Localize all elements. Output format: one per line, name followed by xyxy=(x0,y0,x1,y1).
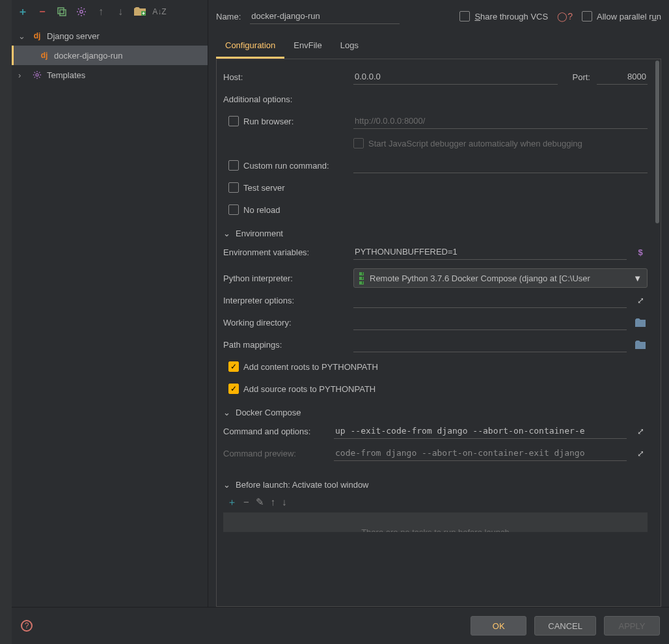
settings-button[interactable] xyxy=(74,5,89,19)
checkbox-icon xyxy=(228,204,239,215)
remote-interpreter-icon xyxy=(359,272,364,285)
django-icon: dj xyxy=(31,31,43,40)
dialog-footer: ? OK CANCEL APPLY xyxy=(12,607,669,644)
host-input[interactable] xyxy=(353,69,558,85)
run-config-tree-panel: ＋ − ↑ ↓ A↓Z ⌄ dj Django server dj docker… xyxy=(12,0,208,607)
cancel-button[interactable]: CANCEL xyxy=(534,616,596,636)
new-folder-button[interactable] xyxy=(133,5,147,19)
add-config-button[interactable]: ＋ xyxy=(16,5,30,19)
checkbox-icon xyxy=(228,182,239,193)
chevron-down-icon: ⌄ xyxy=(223,480,230,490)
checkbox-icon: ✓ xyxy=(228,361,239,372)
python-interpreter-label: Python interpreter: xyxy=(223,273,347,283)
folder-icon[interactable] xyxy=(633,318,648,327)
browser-url-input[interactable] xyxy=(353,113,648,129)
tree-label: Django server xyxy=(47,31,100,41)
add-content-label: Add content roots to PYTHONPATH xyxy=(243,362,378,372)
sort-button[interactable]: A↓Z xyxy=(152,5,167,19)
share-vcs-checkbox[interactable]: Share through VCS xyxy=(459,11,548,21)
tab-logs[interactable]: Logs xyxy=(331,34,368,59)
tree-toolbar: ＋ − ↑ ↓ A↓Z xyxy=(12,0,208,23)
custom-run-checkbox[interactable]: Custom run command: xyxy=(228,160,347,171)
help-icon[interactable]: ◯? xyxy=(557,11,573,21)
allow-parallel-checkbox[interactable]: Allow parallel run xyxy=(582,11,661,21)
custom-run-label: Custom run command: xyxy=(243,161,329,171)
interpreter-value: Remote Python 3.7.6 Docker Compose (djan… xyxy=(370,273,628,283)
command-options-input[interactable] xyxy=(334,423,627,439)
add-source-label: Add source roots to PYTHONPATH xyxy=(243,384,375,394)
env-vars-edit-icon[interactable]: $ xyxy=(633,247,648,257)
name-input[interactable] xyxy=(250,8,400,24)
scrollbar[interactable] xyxy=(655,61,659,223)
checkbox-icon xyxy=(228,160,239,171)
tree-label: Templates xyxy=(47,70,85,80)
django-icon: dj xyxy=(38,51,50,60)
tree-django-server[interactable]: ⌄ dj Django server xyxy=(12,26,208,46)
expand-icon[interactable]: ⤢ xyxy=(633,296,648,305)
command-options-label: Command and options: xyxy=(223,427,327,436)
before-launch-section-toggle[interactable]: ⌄ Before launch: Activate tool window xyxy=(223,480,648,490)
move-task-down-button[interactable]: ↓ xyxy=(282,496,287,509)
before-launch-label: Before launch: Activate tool window xyxy=(236,480,369,490)
env-vars-label: Environment variables: xyxy=(223,247,347,257)
interpreter-options-label: Interpreter options: xyxy=(223,296,347,305)
chevron-down-icon: ⌄ xyxy=(223,408,230,417)
port-input[interactable] xyxy=(597,69,648,85)
checkbox-icon xyxy=(353,138,364,148)
copy-config-button[interactable] xyxy=(55,5,69,19)
checkbox-icon xyxy=(582,11,592,21)
checkbox-icon: ✓ xyxy=(228,384,239,394)
apply-button: APPLY xyxy=(604,616,660,636)
env-vars-input[interactable] xyxy=(353,244,627,260)
no-reload-checkbox[interactable]: No reload xyxy=(228,204,280,215)
no-reload-label: No reload xyxy=(243,205,280,215)
checkbox-icon xyxy=(459,11,470,21)
path-mappings-label: Path mappings: xyxy=(223,340,347,350)
expand-icon[interactable]: ⤢ xyxy=(633,449,648,458)
config-header: Name: Share through VCS ◯? Allow paralle… xyxy=(208,0,669,33)
tab-envfile[interactable]: EnvFile xyxy=(284,34,331,59)
no-tasks-label: There are no tasks to run before launch xyxy=(361,527,510,532)
folder-icon[interactable] xyxy=(633,341,648,349)
environment-section-toggle[interactable]: ⌄ Environment xyxy=(223,229,648,238)
tab-configuration[interactable]: Configuration xyxy=(216,34,284,59)
run-browser-checkbox[interactable]: Run browser: xyxy=(228,116,347,126)
working-dir-input[interactable] xyxy=(353,315,627,330)
python-interpreter-dropdown[interactable]: Remote Python 3.7.6 Docker Compose (djan… xyxy=(353,268,648,288)
add-content-roots-checkbox[interactable]: ✓ Add content roots to PYTHONPATH xyxy=(228,361,378,372)
add-task-button[interactable]: ＋ xyxy=(227,496,237,509)
move-task-up-button[interactable]: ↑ xyxy=(271,496,276,509)
port-label: Port: xyxy=(564,72,590,82)
tree-docker-django-run[interactable]: dj docker-django-run xyxy=(12,46,208,65)
start-js-label: Start JavaScript debugger automatically … xyxy=(368,139,582,148)
docker-compose-section-toggle[interactable]: ⌄ Docker Compose xyxy=(223,408,648,417)
chevron-right-icon: › xyxy=(18,70,27,80)
start-js-debugger-checkbox: Start JavaScript debugger automatically … xyxy=(353,138,582,148)
ok-button[interactable]: OK xyxy=(471,616,526,636)
help-button[interactable]: ? xyxy=(21,620,33,632)
config-tabs: Configuration EnvFile Logs xyxy=(208,33,669,59)
svg-point-4 xyxy=(36,74,38,76)
allow-parallel-label: Allow parallel run xyxy=(597,12,661,21)
expand-icon[interactable]: ⤢ xyxy=(633,427,648,436)
host-label: Host: xyxy=(223,72,347,82)
tree-templates[interactable]: › Templates xyxy=(12,65,208,85)
run-browser-label: Run browser: xyxy=(243,117,294,126)
custom-run-input[interactable] xyxy=(353,158,648,173)
additional-options-label: Additional options: xyxy=(223,94,347,104)
remove-config-button[interactable]: − xyxy=(35,5,49,19)
test-server-checkbox[interactable]: Test server xyxy=(228,182,285,193)
remove-task-button[interactable]: − xyxy=(243,496,249,509)
interpreter-options-input[interactable] xyxy=(353,292,627,308)
edit-task-button[interactable]: ✎ xyxy=(256,496,264,509)
chevron-down-icon: ⌄ xyxy=(223,229,230,238)
chevron-down-icon: ▼ xyxy=(633,273,642,283)
chevron-down-icon: ⌄ xyxy=(18,31,27,41)
command-preview-label: Command preview: xyxy=(223,449,327,458)
move-down-button[interactable]: ↓ xyxy=(113,5,128,19)
tree-label: docker-django-run xyxy=(54,51,123,61)
move-up-button[interactable]: ↑ xyxy=(94,5,108,19)
svg-rect-1 xyxy=(60,10,66,16)
path-mappings-input[interactable] xyxy=(353,337,627,352)
add-source-roots-checkbox[interactable]: ✓ Add source roots to PYTHONPATH xyxy=(228,384,375,394)
